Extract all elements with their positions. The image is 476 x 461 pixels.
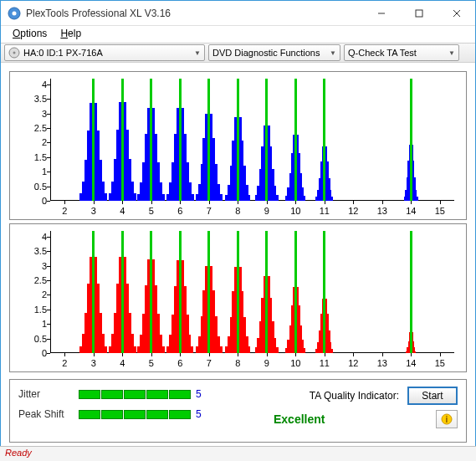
svg-rect-3 — [416, 10, 422, 17]
titlebar: PlexTools Professional XL V3.16 — [1, 1, 475, 26]
ta-quality-value: Excellent — [274, 412, 325, 426]
svg-point-1 — [13, 11, 17, 15]
metrics-panel: Jitter 5 Peak Shift 5 TA Quality Indicat… — [9, 379, 467, 443]
chevron-down-icon: ▼ — [448, 49, 455, 57]
jitter-label: Jitter — [18, 388, 74, 400]
close-button[interactable] — [438, 1, 475, 25]
test-dropdown[interactable]: Q-Check TA Test ▼ — [344, 44, 459, 61]
mode-dropdown[interactable]: DVD Diagnostic Functions ▼ — [208, 44, 340, 61]
minimize-button[interactable] — [362, 1, 400, 25]
ta-quality-label: TA Quality Indicator: — [310, 390, 399, 402]
menu-help[interactable]: Help — [54, 26, 88, 43]
chart-pit: 00.511.522.533.5423456789101112131415 — [9, 71, 467, 220]
drive-dropdown[interactable]: HA:0 ID:1 PX-716A ▼ — [4, 44, 205, 61]
test-label: Q-Check TA Test — [348, 48, 417, 58]
window-title: PlexTools Professional XL V3.16 — [26, 8, 362, 19]
toolbar: HA:0 ID:1 PX-716A ▼ DVD Diagnostic Funct… — [1, 43, 475, 63]
mode-label: DVD Diagnostic Functions — [212, 48, 320, 58]
start-button[interactable]: Start — [407, 387, 458, 405]
peakshift-value: 5 — [196, 408, 209, 420]
menu-options[interactable]: Options — [6, 26, 54, 43]
drive-label: HA:0 ID:1 PX-716A — [23, 48, 103, 58]
chevron-down-icon: ▼ — [194, 49, 201, 57]
menubar: Options Help — [1, 26, 475, 43]
svg-point-7 — [13, 52, 16, 54]
chevron-down-icon: ▼ — [330, 49, 336, 57]
app-icon — [8, 7, 21, 20]
jitter-value: 5 — [196, 388, 209, 400]
info-icon: i — [441, 413, 453, 425]
chart-land: 00.511.522.533.5423456789101112131415 — [9, 223, 467, 372]
maximize-button[interactable] — [400, 1, 438, 25]
status-text: Ready — [5, 448, 32, 458]
peakshift-bar — [79, 410, 191, 419]
svg-text:i: i — [446, 415, 448, 424]
status-bar: Ready — [0, 446, 476, 461]
info-button[interactable]: i — [436, 410, 458, 428]
disc-icon — [8, 47, 20, 59]
peakshift-label: Peak Shift — [18, 408, 74, 420]
jitter-bar — [79, 390, 191, 399]
